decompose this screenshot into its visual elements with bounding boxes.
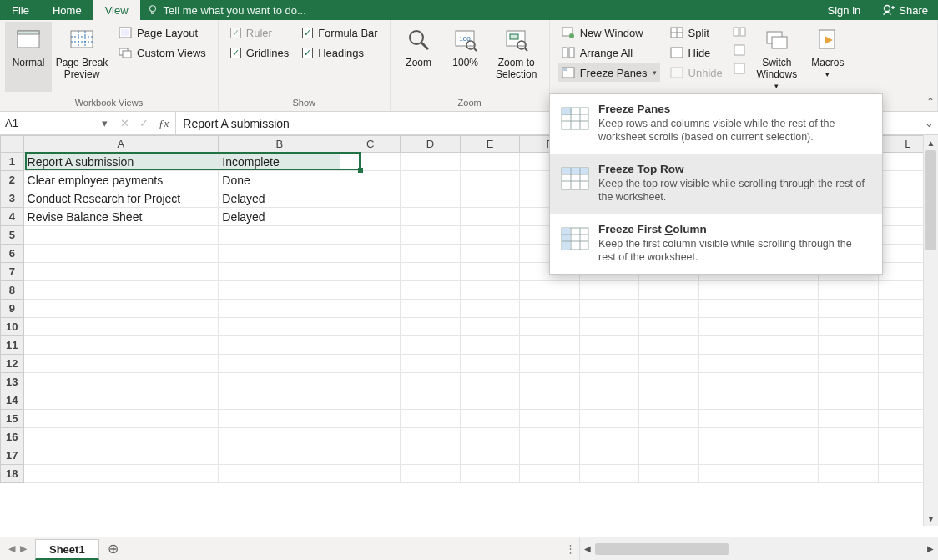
cell-A13[interactable]: [23, 373, 219, 391]
cell-C17[interactable]: [340, 446, 401, 465]
cell-B5[interactable]: [219, 226, 340, 245]
cell-K16[interactable]: [818, 428, 878, 446]
cell-B12[interactable]: [219, 355, 340, 373]
fx-icon[interactable]: ƒx: [159, 117, 169, 130]
cell-B7[interactable]: [219, 263, 340, 281]
cell-D14[interactable]: [401, 391, 461, 410]
zoom-button[interactable]: Zoom: [396, 22, 442, 92]
cell-A4[interactable]: Revise Balance Sheet: [23, 208, 219, 226]
cell-D1[interactable]: [401, 153, 461, 171]
cell-I13[interactable]: [699, 373, 759, 391]
cell-G16[interactable]: [579, 428, 639, 446]
cell-E5[interactable]: [460, 226, 520, 245]
cell-G8[interactable]: [579, 281, 639, 300]
tab-view[interactable]: View: [93, 0, 140, 20]
tabs-drag-handle-icon[interactable]: ⋮: [565, 542, 576, 555]
cell-D16[interactable]: [401, 428, 461, 446]
row-header[interactable]: 13: [1, 373, 24, 391]
cell-B18[interactable]: [219, 465, 340, 483]
cell-A2[interactable]: Clear employee payments: [23, 171, 219, 189]
normal-view-button[interactable]: Normal: [5, 22, 52, 92]
cell-K14[interactable]: [818, 391, 878, 410]
cell-B4[interactable]: Delayed: [219, 208, 340, 226]
cell-F10[interactable]: [520, 318, 579, 336]
page-break-preview-button[interactable]: Page Break Preview: [52, 22, 112, 92]
scroll-thumb[interactable]: [925, 150, 936, 250]
freeze-option-1[interactable]: Freeze Top RowKeep the top row visible w…: [550, 154, 882, 214]
collapse-ribbon-button[interactable]: ⌃: [926, 96, 935, 108]
row-header[interactable]: 12: [1, 355, 24, 373]
freeze-option-2[interactable]: Freeze First ColumnKeep the first column…: [550, 214, 882, 274]
cell-G12[interactable]: [579, 355, 639, 373]
row-header[interactable]: 10: [1, 318, 24, 336]
headings-checkbox[interactable]: Headings: [299, 43, 381, 62]
cell-C10[interactable]: [340, 318, 401, 336]
cell-E7[interactable]: [460, 263, 520, 281]
cell-I15[interactable]: [699, 410, 759, 428]
cell-H9[interactable]: [639, 300, 699, 318]
cell-G17[interactable]: [579, 446, 639, 465]
ruler-checkbox[interactable]: Ruler: [227, 23, 292, 42]
cell-B2[interactable]: Done: [219, 171, 340, 189]
cell-J15[interactable]: [759, 410, 818, 428]
cell-C7[interactable]: [340, 263, 401, 281]
cell-G10[interactable]: [579, 318, 639, 336]
cell-E13[interactable]: [460, 373, 520, 391]
cancel-icon[interactable]: ✕: [120, 117, 129, 129]
cell-C2[interactable]: [340, 171, 401, 189]
cell-F12[interactable]: [520, 355, 579, 373]
cell-G14[interactable]: [579, 391, 639, 410]
cell-J10[interactable]: [759, 318, 818, 336]
cell-B16[interactable]: [219, 428, 340, 446]
row-header[interactable]: 8: [1, 281, 24, 300]
cell-J16[interactable]: [759, 428, 818, 446]
cell-I16[interactable]: [699, 428, 759, 446]
tab-home[interactable]: Home: [41, 0, 93, 20]
row-header[interactable]: 11: [1, 336, 24, 355]
name-box[interactable]: A1 ▾: [0, 112, 113, 134]
cell-I10[interactable]: [699, 318, 759, 336]
cell-D5[interactable]: [401, 226, 461, 245]
reset-window-icon[interactable]: [733, 62, 746, 75]
formula-bar-checkbox[interactable]: Formula Bar: [299, 23, 381, 42]
cell-A5[interactable]: [23, 226, 219, 245]
cell-D12[interactable]: [401, 355, 461, 373]
expand-formula-bar-button[interactable]: ⌄: [920, 112, 938, 134]
cell-B14[interactable]: [219, 391, 340, 410]
cell-D7[interactable]: [401, 263, 461, 281]
cell-J8[interactable]: [759, 281, 818, 300]
cell-A1[interactable]: Report A submission: [23, 153, 219, 171]
split-button[interactable]: Split: [667, 23, 726, 42]
cell-F8[interactable]: [520, 281, 579, 300]
cell-C1[interactable]: [340, 153, 401, 171]
scroll-thumb[interactable]: [595, 543, 729, 555]
cell-J17[interactable]: [759, 446, 818, 465]
row-header[interactable]: 3: [1, 189, 24, 208]
cell-C12[interactable]: [340, 355, 401, 373]
cell-J12[interactable]: [759, 355, 818, 373]
cell-D11[interactable]: [401, 336, 461, 355]
cell-D2[interactable]: [401, 171, 461, 189]
cell-I9[interactable]: [699, 300, 759, 318]
cell-A12[interactable]: [23, 355, 219, 373]
tell-me-search[interactable]: Tell me what you want to do...: [140, 0, 816, 20]
cell-F11[interactable]: [520, 336, 579, 355]
cell-D15[interactable]: [401, 410, 461, 428]
cell-D3[interactable]: [401, 189, 461, 208]
row-header[interactable]: 14: [1, 391, 24, 410]
cell-G13[interactable]: [579, 373, 639, 391]
freeze-panes-button[interactable]: Freeze Panes▾: [558, 63, 660, 82]
cell-E4[interactable]: [460, 208, 520, 226]
cell-F14[interactable]: [520, 391, 579, 410]
row-header[interactable]: 1: [1, 153, 24, 171]
cell-J11[interactable]: [759, 336, 818, 355]
view-side-by-side-icon[interactable]: [733, 25, 746, 38]
cell-H13[interactable]: [639, 373, 699, 391]
cell-E11[interactable]: [460, 336, 520, 355]
cell-E15[interactable]: [460, 410, 520, 428]
scroll-down-icon[interactable]: ▼: [924, 511, 939, 526]
cell-C14[interactable]: [340, 391, 401, 410]
zoom-to-selection-button[interactable]: Zoom to Selection: [489, 22, 544, 92]
cell-A3[interactable]: Conduct Research for Project: [23, 189, 219, 208]
cell-G15[interactable]: [579, 410, 639, 428]
